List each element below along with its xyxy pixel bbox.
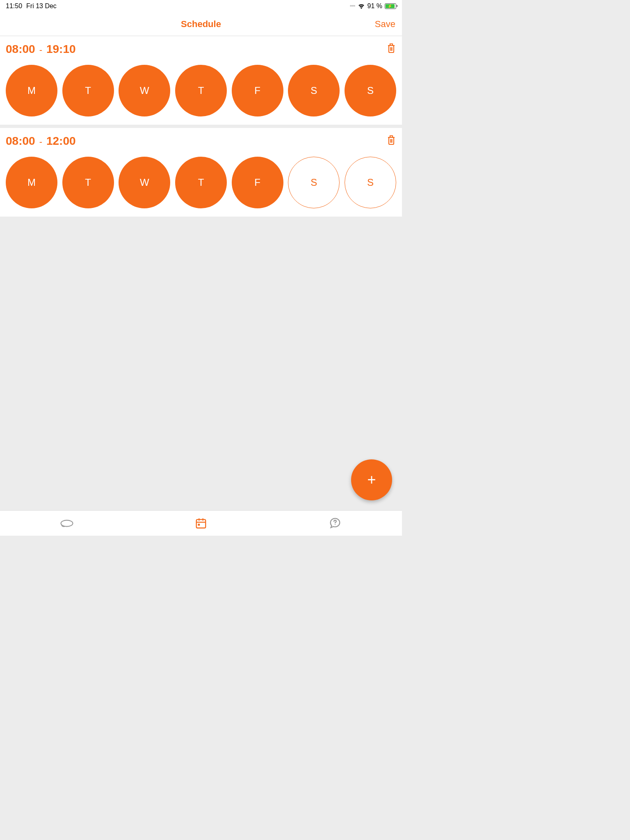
svg-rect-0 bbox=[389, 46, 394, 52]
add-schedule-button[interactable]: + bbox=[351, 459, 392, 500]
trash-icon bbox=[386, 43, 396, 54]
start-time: 08:00 bbox=[6, 43, 35, 56]
svg-rect-7 bbox=[196, 519, 206, 528]
time-separator: - bbox=[39, 45, 42, 55]
day-toggle[interactable]: M bbox=[6, 65, 57, 116]
status-date: Fri 13 Dec bbox=[26, 2, 57, 10]
day-toggle[interactable]: W bbox=[119, 65, 170, 116]
battery-percentage: 91 % bbox=[368, 2, 382, 10]
schedule-card: 08:00-19:10MTWTFSS bbox=[0, 36, 402, 125]
day-toggle[interactable]: S bbox=[345, 65, 396, 116]
plus-icon: + bbox=[367, 471, 376, 488]
day-toggle[interactable]: S bbox=[345, 157, 396, 208]
day-toggle[interactable]: S bbox=[288, 65, 340, 116]
status-right: •••• 91 % ⚡ bbox=[350, 2, 396, 10]
day-toggle[interactable]: W bbox=[119, 157, 170, 208]
battery-icon: ⚡ bbox=[385, 3, 396, 9]
svg-rect-11 bbox=[198, 523, 200, 525]
delete-button[interactable] bbox=[386, 43, 396, 56]
trash-icon bbox=[386, 135, 396, 146]
tab-alert-icon[interactable] bbox=[60, 517, 74, 530]
schedule-card: 08:00-12:00MTWTFSS bbox=[0, 128, 402, 217]
status-left: 11:50 Fri 13 Dec bbox=[6, 2, 57, 10]
tab-help-icon[interactable] bbox=[328, 517, 342, 530]
end-time: 12:00 bbox=[46, 135, 76, 148]
day-toggle[interactable]: T bbox=[175, 157, 227, 208]
day-toggle[interactable]: S bbox=[288, 157, 340, 208]
end-time: 19:10 bbox=[46, 43, 76, 56]
schedule-header: 08:00-12:00 bbox=[6, 135, 396, 148]
time-range[interactable]: 08:00-19:10 bbox=[6, 43, 76, 56]
day-toggle[interactable]: T bbox=[62, 65, 114, 116]
day-toggle[interactable]: F bbox=[232, 157, 283, 208]
status-time: 11:50 bbox=[6, 2, 22, 10]
svg-point-6 bbox=[61, 520, 73, 526]
save-button[interactable]: Save bbox=[375, 19, 395, 30]
time-range[interactable]: 08:00-12:00 bbox=[6, 135, 76, 148]
delete-button[interactable] bbox=[386, 135, 396, 148]
svg-point-12 bbox=[335, 524, 336, 525]
status-bar: 11:50 Fri 13 Dec •••• 91 % ⚡ bbox=[0, 0, 402, 12]
svg-rect-3 bbox=[389, 137, 394, 144]
days-row: MTWTFSS bbox=[6, 157, 396, 208]
day-toggle[interactable]: F bbox=[232, 65, 283, 116]
start-time: 08:00 bbox=[6, 135, 35, 148]
cellular-dots-icon: •••• bbox=[350, 3, 355, 9]
wifi-icon bbox=[358, 3, 365, 9]
page-title: Schedule bbox=[181, 19, 221, 30]
schedule-header: 08:00-19:10 bbox=[6, 43, 396, 56]
time-separator: - bbox=[39, 137, 42, 147]
day-toggle[interactable]: M bbox=[6, 157, 57, 208]
days-row: MTWTFSS bbox=[6, 65, 396, 116]
nav-bar: Schedule Save bbox=[0, 12, 402, 36]
day-toggle[interactable]: T bbox=[175, 65, 227, 116]
tab-calendar-icon[interactable] bbox=[194, 517, 208, 530]
bottom-tab-bar bbox=[0, 510, 402, 536]
day-toggle[interactable]: T bbox=[62, 157, 114, 208]
